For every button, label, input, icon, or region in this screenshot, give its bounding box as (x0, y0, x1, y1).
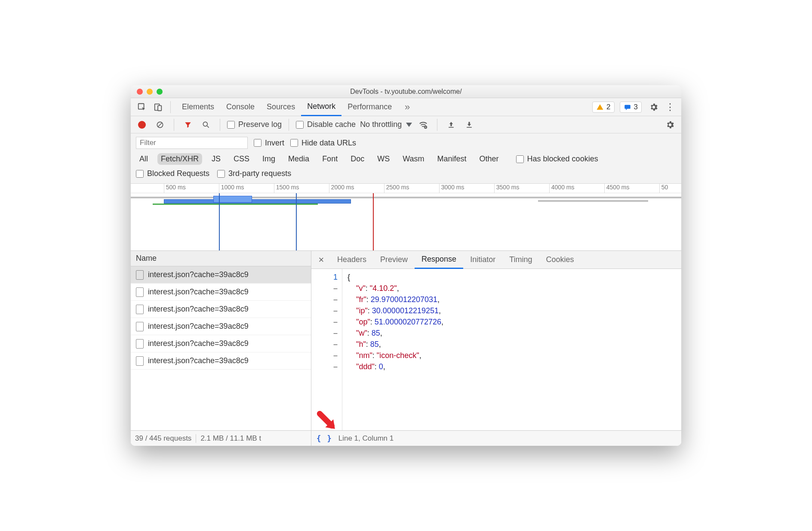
messages-count: 3 (634, 103, 638, 111)
filter-chip-ws[interactable]: WS (374, 153, 393, 165)
filter-chip-wasm[interactable]: Wasm (399, 153, 428, 165)
more-tabs-icon[interactable]: » (400, 101, 414, 113)
svg-line-5 (158, 123, 162, 127)
filter-chip-doc[interactable]: Doc (347, 153, 368, 165)
request-name: interest.json?cache=39ac8c9 (148, 270, 249, 279)
separator (220, 119, 220, 131)
tab-sources[interactable]: Sources (261, 98, 301, 116)
separator (289, 119, 289, 131)
code-line: "op": 51.0000020772726, (348, 316, 443, 327)
timeline-tick: 3500 ms (494, 184, 520, 193)
request-row[interactable]: interest.json?cache=39ac8c9 (131, 318, 311, 335)
throttling-select[interactable]: No throttling (360, 120, 412, 129)
timeline-tick: 3000 ms (439, 184, 464, 193)
filter-input[interactable] (136, 137, 248, 149)
search-icon[interactable] (199, 119, 213, 131)
filter-chip-img[interactable]: Img (259, 153, 279, 165)
detail-tab-initiator[interactable]: Initiator (463, 251, 502, 269)
network-conditions-icon[interactable] (416, 119, 430, 131)
code-line: "w": 85, (348, 327, 443, 339)
request-row[interactable]: interest.json?cache=39ac8c9 (131, 352, 311, 370)
clear-log-icon[interactable] (153, 119, 167, 131)
minimize-window-button[interactable] (147, 89, 153, 95)
filter-chip-manifest[interactable]: Manifest (434, 153, 470, 165)
file-icon (136, 287, 144, 297)
filter-chip-all[interactable]: All (136, 153, 151, 165)
svg-rect-2 (158, 105, 161, 111)
tab-elements[interactable]: Elements (176, 98, 220, 116)
settings-gear-icon[interactable] (647, 101, 661, 113)
separator (174, 119, 174, 131)
timeline-overview[interactable]: 500 ms1000 ms1500 ms2000 ms2500 ms3000 m… (131, 184, 681, 251)
file-icon (136, 322, 144, 331)
request-row[interactable]: interest.json?cache=39ac8c9 (131, 301, 311, 318)
request-name: interest.json?cache=39ac8c9 (148, 305, 249, 314)
third-party-checkbox[interactable]: 3rd-party requests (217, 169, 291, 178)
record-button[interactable] (135, 119, 149, 131)
tab-console[interactable]: Console (220, 98, 261, 116)
detail-tab-headers[interactable]: Headers (330, 251, 373, 269)
svg-rect-3 (624, 105, 631, 108)
detail-tab-response[interactable]: Response (415, 251, 463, 269)
tab-performance[interactable]: Performance (341, 98, 398, 116)
timeline-tick: 50 (659, 184, 668, 193)
column-header-name[interactable]: Name (131, 251, 311, 266)
cursor-position: Line 1, Column 1 (338, 434, 394, 443)
device-toolbar-icon[interactable] (151, 101, 165, 113)
filter-chip-other[interactable]: Other (476, 153, 502, 165)
invert-checkbox[interactable]: Invert (254, 139, 284, 148)
preserve-log-checkbox[interactable]: Preserve log (227, 120, 282, 129)
blocked-requests-checkbox[interactable]: Blocked Requests (136, 169, 209, 178)
titlebar: DevTools - tv.youtube.com/welcome/ (131, 85, 681, 98)
kebab-menu-icon[interactable]: ⋮ (663, 101, 677, 113)
pretty-print-icon[interactable]: { } (317, 434, 332, 443)
hide-data-urls-checkbox[interactable]: Hide data URLs (290, 139, 356, 148)
filter-chip-fetchxhr[interactable]: Fetch/XHR (157, 153, 202, 165)
tab-network[interactable]: Network (301, 98, 341, 116)
separator (170, 101, 171, 113)
download-har-icon[interactable] (462, 119, 476, 131)
has-blocked-cookies-checkbox[interactable]: Has blocked cookies (516, 154, 598, 164)
request-row[interactable]: interest.json?cache=39ac8c9 (131, 284, 311, 301)
code-line: "h": 85, (348, 339, 443, 350)
request-rows: interest.json?cache=39ac8c9interest.json… (131, 266, 311, 430)
inspect-element-icon[interactable] (135, 101, 149, 113)
network-settings-gear-icon[interactable] (663, 119, 677, 131)
request-row[interactable]: interest.json?cache=39ac8c9 (131, 335, 311, 352)
close-detail-icon[interactable]: × (314, 254, 329, 266)
zoom-window-button[interactable] (157, 89, 163, 95)
warnings-badge[interactable]: 2 (592, 102, 614, 113)
code-line: "fr": 29.9700012207031, (348, 294, 443, 305)
filter-icon[interactable] (181, 119, 195, 131)
detail-pane: × HeadersPreviewResponseInitiatorTimingC… (311, 251, 681, 446)
code-line: "v": "4.10.2", (348, 283, 443, 294)
svg-rect-10 (467, 127, 472, 128)
filter-chip-font[interactable]: Font (319, 153, 341, 165)
close-window-button[interactable] (137, 89, 143, 95)
request-name: interest.json?cache=39ac8c9 (148, 287, 249, 296)
upload-har-icon[interactable] (444, 119, 458, 131)
code-line: "ip": 30.0000012219251, (348, 305, 443, 316)
filter-chip-media[interactable]: Media (285, 153, 313, 165)
detail-tab-preview[interactable]: Preview (373, 251, 415, 269)
status-footer-left: 39 / 445 requests 2.1 MB / 11.1 MB t (131, 430, 311, 446)
request-count: 39 / 445 requests (135, 434, 191, 443)
timeline-tick: 2500 ms (384, 184, 409, 193)
detail-tab-timing[interactable]: Timing (502, 251, 539, 269)
filter-chip-js[interactable]: JS (208, 153, 224, 165)
svg-line-7 (207, 126, 209, 127)
response-viewer[interactable]: 1–––––––– { "v": "4.10.2", "fr": 29.9700… (311, 269, 681, 430)
svg-point-6 (203, 122, 207, 126)
request-row[interactable]: interest.json?cache=39ac8c9 (131, 266, 311, 284)
svg-rect-9 (449, 127, 454, 128)
warnings-count: 2 (606, 103, 610, 111)
detail-tab-cookies[interactable]: Cookies (539, 251, 581, 269)
file-icon (136, 305, 144, 314)
code-line: { (348, 272, 443, 283)
disable-cache-checkbox[interactable]: Disable cache (296, 120, 356, 129)
request-list-pane: Name interest.json?cache=39ac8c9interest… (131, 251, 311, 446)
messages-badge[interactable]: 3 (620, 102, 642, 113)
filter-chip-css[interactable]: CSS (230, 153, 253, 165)
file-icon (136, 339, 144, 349)
timeline-tick: 2000 ms (329, 184, 354, 193)
